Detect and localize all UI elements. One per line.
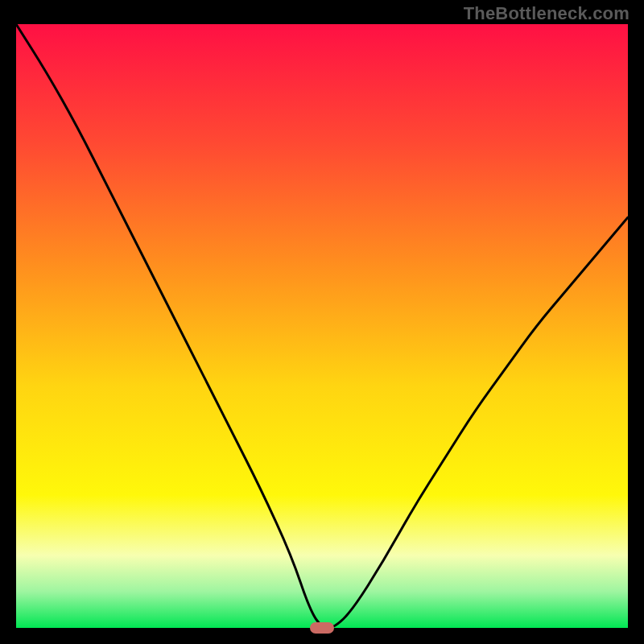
plot-area (16, 24, 628, 628)
plot-svg (16, 24, 628, 628)
watermark-text: TheBottleneck.com (464, 3, 630, 24)
minimum-marker (310, 622, 334, 634)
chart-frame: TheBottleneck.com (0, 0, 644, 644)
